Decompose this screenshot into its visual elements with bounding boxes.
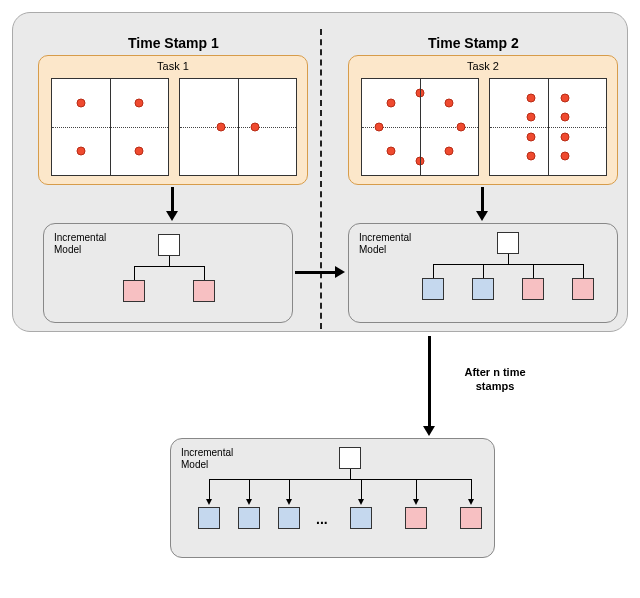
tree-root [497, 232, 519, 254]
tree-edge [416, 479, 417, 493]
tree-edge [471, 479, 472, 493]
data-point-icon [561, 132, 570, 141]
data-point-icon [561, 151, 570, 160]
data-point-icon [77, 99, 86, 108]
arrow-down-icon [246, 499, 252, 505]
tree-leaf-new [405, 507, 427, 529]
task-1-example-1 [51, 78, 169, 176]
data-point-icon [251, 123, 260, 132]
tree-root [339, 447, 361, 469]
model-box-final: Incremental Model ... [170, 438, 495, 558]
data-point-icon [561, 94, 570, 103]
timestamp-2-label: Time Stamp 2 [428, 35, 519, 51]
data-point-icon [526, 113, 535, 122]
model-box-1: Incremental Model [43, 223, 293, 323]
arrow-down-icon [166, 211, 178, 221]
arrow-down-icon [423, 426, 435, 436]
tree-leaf-new [193, 280, 215, 302]
data-point-icon [135, 147, 144, 156]
model-2-label: Incremental Model [359, 232, 419, 256]
tree-edge [134, 266, 204, 267]
task-1-box: Task 1 [38, 55, 308, 185]
tree-leaf-retained [238, 507, 260, 529]
timestamps-panel: Time Stamp 1 Time Stamp 2 Task 1 Task 2 [12, 12, 628, 332]
data-point-icon [135, 99, 144, 108]
data-point-icon [416, 89, 425, 98]
data-point-icon [387, 147, 396, 156]
arrow-task1-to-model1 [171, 187, 174, 213]
timestamp-divider [320, 29, 322, 329]
model-final-label: Incremental Model [181, 447, 241, 471]
tree-leaf-retained [278, 507, 300, 529]
model-box-2: Incremental Model [348, 223, 618, 323]
tree-leaf-retained [422, 278, 444, 300]
data-point-icon [77, 147, 86, 156]
tree-edge [483, 264, 484, 278]
tree-edge [209, 479, 210, 493]
tree-edge [433, 264, 583, 265]
arrow-down-icon [476, 211, 488, 221]
after-n-label: After n time stamps [445, 365, 545, 393]
tree-leaf-new [460, 507, 482, 529]
ellipsis: ... [316, 511, 328, 527]
tree-leaf-retained [350, 507, 372, 529]
timestamp-1-label: Time Stamp 1 [128, 35, 219, 51]
data-point-icon [216, 123, 225, 132]
tree-edge [204, 266, 205, 280]
task-2-example-2 [489, 78, 607, 176]
data-point-icon [375, 123, 384, 132]
data-point-icon [561, 113, 570, 122]
tree-edge [433, 264, 434, 278]
arrow-model1-to-model2 [295, 271, 337, 274]
data-point-icon [526, 151, 535, 160]
task-1-example-2 [179, 78, 297, 176]
tree-edge [533, 264, 534, 278]
task-1-label: Task 1 [39, 60, 307, 72]
task-2-box: Task 2 [348, 55, 618, 185]
tree-edge [289, 479, 290, 493]
data-point-icon [445, 99, 454, 108]
arrow-task2-to-model2 [481, 187, 484, 213]
data-point-icon [456, 123, 465, 132]
arrow-down-icon [358, 499, 364, 505]
tree-edge [508, 254, 509, 264]
arrow-down-icon [413, 499, 419, 505]
tree-leaf-retained [198, 507, 220, 529]
tree-edge [134, 266, 135, 280]
arrow-right-icon [335, 266, 345, 278]
tree-edge [249, 479, 250, 493]
task-2-example-1 [361, 78, 479, 176]
tree-root [158, 234, 180, 256]
data-point-icon [526, 94, 535, 103]
data-point-icon [416, 156, 425, 165]
tree-edge [583, 264, 584, 278]
arrow-down-icon [468, 499, 474, 505]
task-2-label: Task 2 [349, 60, 617, 72]
tree-leaf-new [572, 278, 594, 300]
tree-edge [169, 256, 170, 266]
arrow-down-icon [206, 499, 212, 505]
tree-leaf-new [522, 278, 544, 300]
data-point-icon [526, 132, 535, 141]
data-point-icon [445, 147, 454, 156]
tree-edge [361, 479, 362, 493]
tree-leaf-new [123, 280, 145, 302]
model-1-label: Incremental Model [54, 232, 114, 256]
arrow-model2-to-final [428, 336, 431, 428]
tree-leaf-retained [472, 278, 494, 300]
arrow-down-icon [286, 499, 292, 505]
tree-edge [350, 469, 351, 479]
data-point-icon [387, 99, 396, 108]
